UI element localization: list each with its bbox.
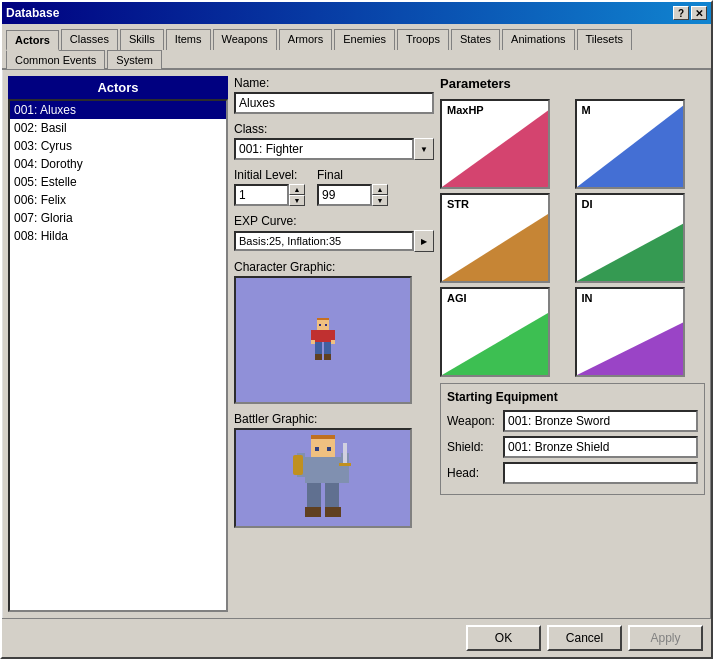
actor-list[interactable]: 001: Aluxes 002: Basil 003: Cyrus 004: D… xyxy=(8,99,228,612)
chart-agi[interactable]: AGI xyxy=(440,287,550,377)
initial-level-group: Initial Level: ▲ ▼ xyxy=(234,168,305,206)
title-bar: Database ? ✕ xyxy=(2,2,711,24)
tab-items[interactable]: Items xyxy=(166,29,211,50)
svg-rect-8 xyxy=(331,340,335,344)
exp-dropdown-button[interactable]: ▶ xyxy=(414,230,434,252)
svg-rect-1 xyxy=(317,320,329,330)
svg-marker-32 xyxy=(577,322,683,375)
initial-level-up-button[interactable]: ▲ xyxy=(289,184,305,195)
tab-classes[interactable]: Classes xyxy=(61,29,118,50)
middle-panel: Name: Class: ▼ Initial Level: ▲ xyxy=(234,76,434,612)
weapon-row: Weapon: xyxy=(447,410,698,432)
chart-in[interactable]: IN xyxy=(575,287,685,377)
tab-skills[interactable]: Skills xyxy=(120,29,164,50)
shield-input[interactable] xyxy=(503,436,698,458)
battler-sprite xyxy=(293,433,353,523)
list-item[interactable]: 005: Estelle xyxy=(10,173,226,191)
shield-row: Shield: xyxy=(447,436,698,458)
class-dropdown-button[interactable]: ▼ xyxy=(414,138,434,160)
name-label: Name: xyxy=(234,76,434,90)
character-graphic-box[interactable] xyxy=(234,276,412,404)
svg-rect-19 xyxy=(343,443,347,463)
initial-level-input[interactable] xyxy=(234,184,289,206)
chart-str[interactable]: STR xyxy=(440,193,550,283)
chart-m-svg xyxy=(577,101,683,187)
final-level-down-button[interactable]: ▼ xyxy=(372,195,388,206)
chart-di-label: DI xyxy=(582,198,593,210)
list-item[interactable]: 003: Cyrus xyxy=(10,137,226,155)
tab-animations[interactable]: Animations xyxy=(502,29,574,50)
final-level-up-button[interactable]: ▲ xyxy=(372,184,388,195)
svg-marker-29 xyxy=(442,214,548,281)
tab-troops[interactable]: Troops xyxy=(397,29,449,50)
exp-input[interactable] xyxy=(234,231,414,251)
svg-rect-14 xyxy=(311,439,335,457)
head-row: Head: xyxy=(447,462,698,484)
actors-panel-header: Actors xyxy=(8,76,228,99)
tab-states[interactable]: States xyxy=(451,29,500,50)
list-item[interactable]: 006: Felix xyxy=(10,191,226,209)
tab-bar: Actors Classes Skills Items Weapons Armo… xyxy=(2,24,711,70)
tab-armors[interactable]: Armors xyxy=(279,29,332,50)
final-level-label: Final xyxy=(317,168,388,182)
chart-m[interactable]: M xyxy=(575,99,685,189)
tab-actors[interactable]: Actors xyxy=(6,30,59,51)
weapon-input[interactable] xyxy=(503,410,698,432)
svg-rect-9 xyxy=(315,342,322,354)
svg-rect-24 xyxy=(325,483,339,507)
cancel-button[interactable]: Cancel xyxy=(547,625,622,651)
bottom-bar: OK Cancel Apply xyxy=(2,618,711,657)
battler-graphic-box[interactable] xyxy=(234,428,412,528)
chart-di[interactable]: DI xyxy=(575,193,685,283)
svg-rect-3 xyxy=(325,324,327,326)
svg-rect-5 xyxy=(311,330,315,340)
name-input[interactable] xyxy=(234,92,434,114)
svg-rect-15 xyxy=(315,447,319,451)
final-level-input[interactable] xyxy=(317,184,372,206)
battler-graphic-label: Battler Graphic: xyxy=(234,412,434,426)
svg-rect-17 xyxy=(305,457,341,483)
svg-rect-26 xyxy=(325,507,341,517)
tab-enemies[interactable]: Enemies xyxy=(334,29,395,50)
list-item[interactable]: 001: Aluxes xyxy=(10,101,226,119)
svg-rect-20 xyxy=(339,463,351,466)
svg-marker-27 xyxy=(442,111,548,187)
class-dropdown: ▼ xyxy=(234,138,434,160)
class-input[interactable] xyxy=(234,138,414,160)
class-field-group: Class: ▼ xyxy=(234,122,434,160)
close-button[interactable]: ✕ xyxy=(691,6,707,20)
title-bar-buttons: ? ✕ xyxy=(673,6,707,20)
parameters-header: Parameters xyxy=(440,76,705,91)
svg-rect-23 xyxy=(307,483,321,507)
character-graphic-label: Character Graphic: xyxy=(234,260,434,274)
head-input[interactable] xyxy=(503,462,698,484)
list-item[interactable]: 008: Hilda xyxy=(10,227,226,245)
svg-rect-6 xyxy=(331,330,335,340)
svg-rect-16 xyxy=(327,447,331,451)
charts-grid: MaxHP M STR xyxy=(440,99,705,377)
right-panel: Parameters MaxHP M xyxy=(440,76,705,612)
svg-rect-12 xyxy=(324,354,331,360)
initial-level-down-button[interactable]: ▼ xyxy=(289,195,305,206)
chart-maxhp[interactable]: MaxHP xyxy=(440,99,550,189)
final-level-spinner: ▲ ▼ xyxy=(317,184,388,206)
tab-weapons[interactable]: Weapons xyxy=(213,29,277,50)
left-panel: Actors 001: Aluxes 002: Basil 003: Cyrus… xyxy=(8,76,228,612)
level-row: Initial Level: ▲ ▼ Final ▲ xyxy=(234,168,434,206)
list-item[interactable]: 004: Dorothy xyxy=(10,155,226,173)
apply-button[interactable]: Apply xyxy=(628,625,703,651)
chart-agi-label: AGI xyxy=(447,292,467,304)
equipment-section: Starting Equipment Weapon: Shield: Head: xyxy=(440,383,705,495)
ok-button[interactable]: OK xyxy=(466,625,541,651)
tab-system[interactable]: System xyxy=(107,50,162,69)
initial-level-label: Initial Level: xyxy=(234,168,305,182)
tab-common-events[interactable]: Common Events xyxy=(6,50,105,69)
exp-field-group: EXP Curve: ▶ xyxy=(234,214,434,252)
equipment-header: Starting Equipment xyxy=(447,390,698,404)
list-item[interactable]: 007: Gloria xyxy=(10,209,226,227)
svg-rect-2 xyxy=(319,324,321,326)
tab-tilesets[interactable]: Tilesets xyxy=(577,29,633,50)
help-button[interactable]: ? xyxy=(673,6,689,20)
exp-label: EXP Curve: xyxy=(234,214,434,228)
list-item[interactable]: 002: Basil xyxy=(10,119,226,137)
